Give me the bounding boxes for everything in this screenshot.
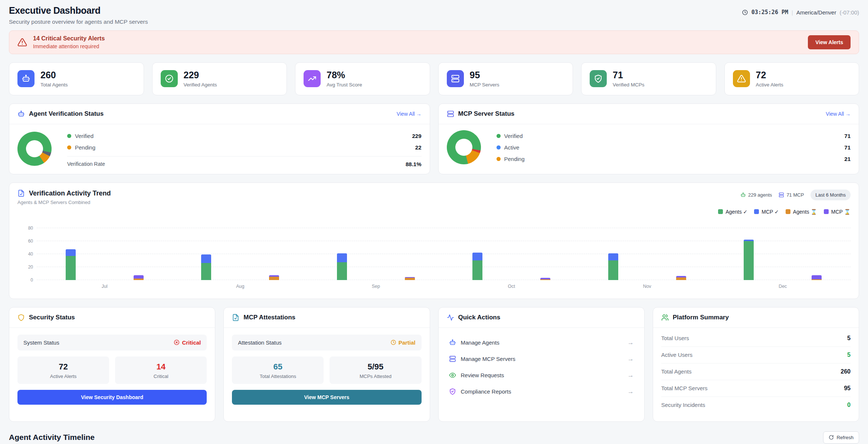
alert-triangle-icon <box>17 37 27 47</box>
view-security-dashboard-button[interactable]: View Security Dashboard <box>17 390 207 405</box>
active-alerts-label: Active Alerts <box>20 374 106 379</box>
chart-group-oct: Oct <box>444 218 580 280</box>
active-alerts-value: 72 <box>20 362 106 372</box>
view-all-mcp-link[interactable]: View All → <box>826 111 851 117</box>
period-filter-pill[interactable]: Last 6 Months <box>810 190 851 200</box>
bar-segment <box>812 275 822 279</box>
stat-label: Avg Trust Score <box>327 82 362 88</box>
bar-segment <box>269 277 279 280</box>
quick-action-manage-mcp-servers[interactable]: Manage MCP Servers → <box>447 351 636 367</box>
summary-label: Active Users <box>661 352 847 358</box>
chart-group-jul: Jul <box>37 218 173 280</box>
bar-segment <box>812 279 822 280</box>
legend-value: 21 <box>844 156 851 162</box>
legend-label: Verified <box>75 133 412 139</box>
stacked-bar-dec-pending <box>812 275 822 280</box>
legend-row-pending: Pending 22 <box>67 142 422 153</box>
system-status-badge: Critical <box>174 339 201 346</box>
summary-value: 0 <box>847 402 851 408</box>
y-axis-tick: 0 <box>17 277 33 283</box>
arrow-right-icon: → <box>628 372 634 379</box>
summary-row-total-users: Total Users 5 <box>661 330 851 347</box>
chart-legend: Agents ✓ MCP ✓ Agents ⌛ MCP ⌛ <box>9 207 859 215</box>
legend-dot <box>497 134 501 138</box>
card-title: MCP Server Status <box>458 110 822 118</box>
x-axis-label: Jul <box>37 284 173 289</box>
verification-activity-trend-card: Verification Activity Trend Agents & MCP… <box>9 182 859 299</box>
total-attestations-label: Total Attestations <box>235 374 321 379</box>
legend-dot <box>67 134 71 138</box>
x-circle-icon <box>174 339 180 345</box>
bar-segment <box>540 279 550 280</box>
legend-row-verified: Verified 71 <box>497 130 851 142</box>
trend-card-subtitle: Agents & MCP Servers Combined <box>17 200 740 205</box>
quick-action-label: Manage Agents <box>461 339 623 346</box>
legend-label: Active <box>504 144 845 151</box>
bar-segment <box>608 260 618 280</box>
quick-action-review-requests[interactable]: Review Requests → <box>447 367 636 384</box>
x-axis-label: Aug <box>173 284 308 289</box>
y-axis-tick: 60 <box>17 239 33 244</box>
quick-action-label: Manage MCP Servers <box>461 356 623 362</box>
stacked-bar-dec-verified <box>744 240 754 280</box>
stat-label: Verified Agents <box>184 82 217 88</box>
chart-legend-item: MCP ⌛ <box>824 209 851 215</box>
agent-verification-donut-chart <box>17 132 52 166</box>
mcp-server-status-card: MCP Server Status View All → Verified 71… <box>438 103 859 174</box>
view-mcp-servers-button[interactable]: View MCP Servers <box>232 390 421 405</box>
summary-label: Total MCP Servers <box>661 385 844 391</box>
stacked-bar-jul-verified <box>66 249 76 280</box>
bar-segment <box>337 253 347 263</box>
stacked-bar-oct-verified <box>472 253 482 280</box>
chart-legend-item: MCP ✓ <box>754 209 779 215</box>
stat-value: 71 <box>613 70 645 80</box>
check-circle-icon <box>161 70 178 87</box>
stacked-bar-oct-pending <box>540 278 550 280</box>
stacked-bar-sep-pending <box>405 277 415 280</box>
summary-label: Security Incidents <box>661 402 847 408</box>
stat-value: 229 <box>184 70 217 80</box>
legend-label: Pending <box>75 144 415 151</box>
y-axis-tick: 40 <box>17 251 33 257</box>
card-title: Quick Actions <box>458 314 636 321</box>
card-title: Platform Summary <box>673 314 851 321</box>
view-alerts-button[interactable]: View Alerts <box>808 35 851 49</box>
timezone-label: America/Denver <box>796 9 836 16</box>
legend-dot <box>497 145 501 149</box>
alert-banner-subtitle: Immediate attention required <box>33 43 808 49</box>
x-axis-label: Nov <box>579 284 715 289</box>
refresh-button[interactable]: Refresh <box>823 431 859 444</box>
stat-card-mcp-servers: 95 MCP Servers <box>438 62 573 95</box>
view-all-agents-link[interactable]: View All → <box>397 111 422 117</box>
stat-card-total-agents: 260 Total Agents <box>9 62 144 95</box>
utc-offset: (-07:00) <box>839 9 859 16</box>
stat-label: Active Alerts <box>756 82 783 88</box>
stacked-bar-nov-verified <box>608 253 618 280</box>
stat-card-verified-mcps: 71 Verified MCPs <box>581 62 716 95</box>
bar-segment <box>66 256 76 280</box>
legend-label: Pending <box>504 156 845 162</box>
file-check-icon <box>232 314 239 321</box>
arrow-right-icon: → <box>628 388 634 395</box>
alert-triangle-icon <box>733 70 750 87</box>
mcp-attestations-card: MCP Attestations Attestation Status Part… <box>223 307 430 422</box>
page-title: Executive Dashboard <box>9 5 148 16</box>
quick-action-compliance-reports[interactable]: Compliance Reports → <box>447 384 636 400</box>
server-icon <box>447 110 454 118</box>
eye-icon <box>449 372 456 379</box>
legend-value: 71 <box>844 133 851 139</box>
quick-action-label: Compliance Reports <box>461 388 623 395</box>
agents-count-badge: 229 agents <box>740 192 772 198</box>
chart-group-aug: Aug <box>173 218 308 280</box>
mcps-attested-value: 5/95 <box>333 362 418 372</box>
stacked-bar-chart: 0 20 40 60 80 Jul Aug Sep Oct <box>17 218 851 292</box>
mcps-attested-label: MCPs Attested <box>333 374 418 379</box>
quick-action-manage-agents[interactable]: Manage Agents → <box>447 335 636 351</box>
legend-row-active: Active 71 <box>497 142 851 153</box>
legend-label: Verified <box>504 133 845 139</box>
summary-value: 95 <box>844 385 851 392</box>
server-icon <box>449 355 456 362</box>
mcps-attested-box: 5/95 MCPs Attested <box>330 356 421 384</box>
file-check-icon <box>17 190 25 197</box>
verification-rate-label: Verification Rate <box>67 161 406 167</box>
